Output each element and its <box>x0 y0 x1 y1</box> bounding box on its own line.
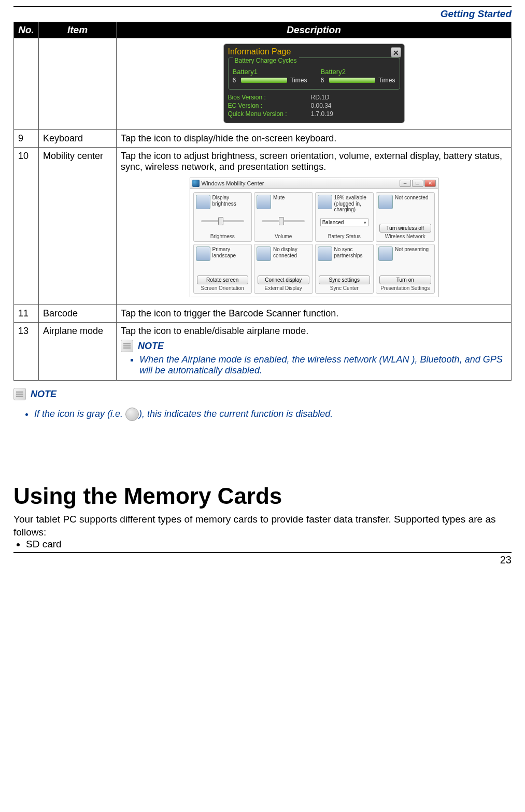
window-maximize-icon[interactable]: □ <box>412 180 423 187</box>
times-label: Times <box>378 77 395 84</box>
battery2-label: Battery2 <box>321 68 395 76</box>
mobility-center-window: Windows Mobility Center – □ ✕ Display br… <box>190 178 438 297</box>
bios-version-value: RD.1D <box>311 94 330 101</box>
info-page-title: Information Page <box>228 47 400 57</box>
mobility-center-title: Windows Mobility Center <box>202 180 398 186</box>
tile-caption: External Display <box>257 284 310 291</box>
volume-slider[interactable] <box>262 220 305 222</box>
note-item: If the icon is gray (i.e. ), this indica… <box>34 408 512 421</box>
note-icon <box>121 340 133 352</box>
battery2-bar <box>329 78 376 83</box>
th-item: Item <box>39 22 117 38</box>
cell-item: Airplane mode <box>39 323 117 381</box>
tile-sync: No sync partnerships Sync settings Sync … <box>315 244 374 294</box>
tile-brightness: Display brightness Brightness <box>193 192 252 242</box>
bios-version-key: Bios Version : <box>228 94 311 101</box>
external-display-icon <box>257 247 271 261</box>
times-label: Times <box>290 77 307 84</box>
table-row: 10 Mobility center Tap the icon to adjus… <box>14 148 512 305</box>
th-desc: Description <box>117 22 512 38</box>
note-label: NOTE <box>31 389 56 399</box>
cell-no: 9 <box>14 130 39 148</box>
sync-settings-button[interactable]: Sync settings <box>319 276 371 284</box>
presentation-icon <box>378 247 393 261</box>
table-row: 9 Keyboard Tap the icon to display/hide … <box>14 130 512 148</box>
volume-icon <box>257 195 271 209</box>
tile-caption: Battery Status <box>318 233 372 239</box>
tile-caption: Volume <box>257 233 310 239</box>
ec-version-value: 0.00.34 <box>311 102 332 109</box>
quickmenu-version-key: Quick Menu Version : <box>228 110 311 118</box>
wwan-gray-icon <box>125 408 139 421</box>
memory-card-type: SD card <box>26 539 512 550</box>
battery1-value: 6 <box>233 77 238 84</box>
th-no: No. <box>14 22 39 38</box>
tile-volume: Mute Volume <box>254 192 313 242</box>
wireless-icon <box>378 195 393 209</box>
cell-desc: Tap the icon to enable/disable airplane … <box>121 326 507 337</box>
cell-item: Mobility center <box>39 148 117 305</box>
close-icon[interactable]: ✕ <box>391 47 401 57</box>
battery-icon <box>318 195 332 209</box>
battery-cycles-label: Battery Charge Cycles <box>233 57 299 64</box>
brightness-slider[interactable] <box>201 220 244 222</box>
tile-presentation: Not presenting Turn on Presentation Sett… <box>376 244 435 294</box>
orientation-icon <box>196 247 210 261</box>
quickmenu-version-value: 1.7.0.19 <box>311 110 333 118</box>
cell-item: Keyboard <box>39 130 117 148</box>
cell-item: Barcode <box>39 305 117 323</box>
cell-desc: Tap the icon to adjust brightness, scree… <box>121 151 507 172</box>
tile-caption: Sync Center <box>318 284 372 291</box>
sync-icon <box>318 247 332 261</box>
window-minimize-icon[interactable]: – <box>400 180 411 187</box>
cell-desc: Tap the icon to trigger the Barcode Scan… <box>117 305 512 323</box>
ec-version-key: EC Version : <box>228 102 311 109</box>
brightness-icon <box>196 195 210 209</box>
tile-orientation: Primary landscape Rotate screen Screen O… <box>193 244 252 294</box>
table-row: ✕ Information Page Battery Charge Cycles… <box>14 38 512 130</box>
battery1-bar <box>241 78 288 83</box>
wireless-toggle-button[interactable]: Turn wireless off <box>379 224 431 233</box>
tile-caption: Screen Orientation <box>196 284 250 291</box>
battery2-value: 6 <box>321 77 326 84</box>
cell-no: 10 <box>14 148 39 305</box>
cell-desc: Tap the icon to display/hide the on-scre… <box>117 130 512 148</box>
tile-wireless: Not connected Turn wireless off Wireless… <box>376 192 435 242</box>
page-number: 23 <box>13 552 512 566</box>
memory-cards-para: Your tablet PC supports different types … <box>13 513 512 539</box>
note-label: NOTE <box>138 341 164 351</box>
window-close-icon[interactable]: ✕ <box>424 180 436 187</box>
tile-caption: Brightness <box>196 233 250 239</box>
tile-caption: Wireless Network <box>378 233 432 239</box>
table-row: 11 Barcode Tap the icon to trigger the B… <box>14 305 512 323</box>
power-plan-combo[interactable]: Balanced <box>320 219 368 226</box>
page-section-title: Getting Started <box>13 8 512 22</box>
rotate-screen-button[interactable]: Rotate screen <box>197 276 249 284</box>
tile-battery: 19% available (plugged in, charging) Bal… <box>315 192 374 242</box>
information-page-panel: ✕ Information Page Battery Charge Cycles… <box>223 44 405 123</box>
table-row: 13 Airplane mode Tap the icon to enable/… <box>14 323 512 381</box>
cell-no: 13 <box>14 323 39 381</box>
note-item: When the Airplane mode is enabled, the w… <box>139 354 507 376</box>
connect-display-button[interactable]: Connect display <box>258 276 309 284</box>
quickmenu-table: No. Item Description ✕ Information Page … <box>13 22 512 381</box>
memory-cards-heading: Using the Memory Cards <box>13 483 512 509</box>
tile-external-display: No display connected Connect display Ext… <box>254 244 313 294</box>
cell-no: 11 <box>14 305 39 323</box>
battery1-label: Battery1 <box>233 68 307 76</box>
presentation-turn-on-button[interactable]: Turn on <box>379 276 431 284</box>
mobility-center-app-icon <box>192 180 200 187</box>
note-icon <box>13 388 26 400</box>
tile-caption: Presentation Settings <box>378 284 432 291</box>
